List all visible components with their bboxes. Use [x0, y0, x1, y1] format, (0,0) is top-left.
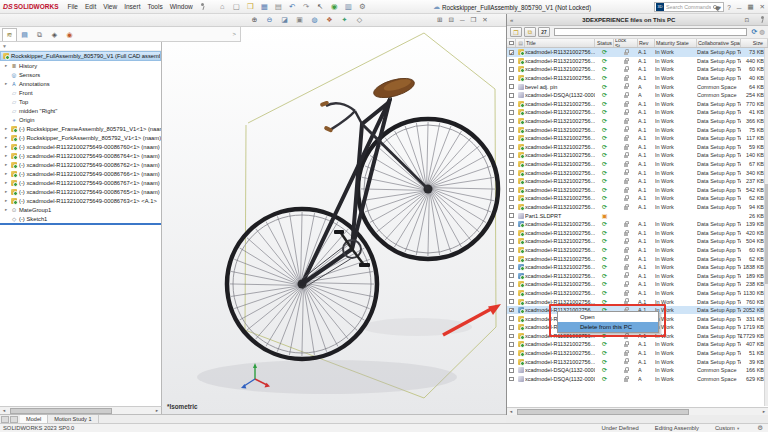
save-icon[interactable]: ▦: [260, 2, 269, 11]
column-header-status[interactable]: Status: [595, 39, 614, 47]
status-custom[interactable]: Custom ▾: [715, 425, 741, 431]
help-icon[interactable]: ?: [727, 4, 731, 11]
row-checkbox[interactable]: [509, 239, 514, 244]
expand-arrow-icon[interactable]: ▸: [5, 171, 9, 176]
tree-item[interactable]: ▸MateGroup1: [0, 205, 161, 214]
file-row[interactable]: xcadmodel-R11321002756...A.1In WorkData …: [507, 340, 768, 349]
column-header-rev[interactable]: Rev: [638, 39, 655, 47]
column-header-collaborative-space[interactable]: Collaborative Space: [697, 39, 741, 47]
menu-insert[interactable]: Insert: [124, 3, 140, 10]
section-view-icon[interactable]: ◪: [280, 16, 289, 24]
expand-arrow-icon[interactable]: ▸: [5, 189, 9, 194]
expand-arrow-icon[interactable]: ▸: [5, 198, 9, 203]
row-checkbox[interactable]: [509, 170, 514, 175]
row-checkbox[interactable]: [509, 325, 514, 330]
file-row[interactable]: xcadmodel-R11321002756...A.1In WorkData …: [507, 280, 768, 289]
file-row[interactable]: xcadmodel-R11321002756...A.1In WorkData …: [507, 160, 768, 169]
tree-item[interactable]: ▸(-) xcadmodel-R1132100275649-00086763<1…: [0, 196, 161, 205]
expand-arrow-icon[interactable]: ▸: [5, 144, 9, 149]
row-checkbox[interactable]: [509, 110, 514, 115]
file-row[interactable]: xcadmodel-R11321002756...A.1In WorkData …: [507, 228, 768, 237]
expand-arrow-icon[interactable]: ▸: [5, 162, 9, 167]
menu-window[interactable]: Window: [170, 3, 193, 10]
file-row[interactable]: xcadmodel-R11321002756...A.1In WorkData …: [507, 74, 768, 83]
filter-assemblies-button[interactable]: ⧉: [524, 27, 536, 37]
file-row[interactable]: bevel adj. pinAIn WorkCommon Space64 KB: [507, 82, 768, 91]
row-checkbox[interactable]: [509, 222, 514, 227]
menu-view[interactable]: View: [103, 3, 117, 10]
menu-file[interactable]: File: [68, 3, 78, 10]
tree-item[interactable]: ▸(-) xcadmodel-R1132100275649-00086762<1…: [0, 160, 161, 169]
doc-properties-icon[interactable]: ⊞: [437, 16, 442, 24]
scene-icon[interactable]: ✦: [340, 16, 349, 24]
file-row[interactable]: xcadmodel-R11321002756...A.1In WorkData …: [507, 254, 768, 263]
undo-icon[interactable]: ↶: [288, 2, 297, 11]
tree-item[interactable]: Sensors: [0, 70, 161, 79]
row-checkbox[interactable]: [509, 265, 514, 270]
file-filter-input[interactable]: [554, 28, 747, 36]
row-checkbox[interactable]: [509, 273, 514, 278]
row-checkbox[interactable]: [509, 93, 514, 98]
doc-close-icon[interactable]: ✕: [482, 16, 487, 24]
xpress-products-icon[interactable]: ◉: [330, 2, 339, 11]
column-header-lock-st-[interactable]: Lock St...: [614, 39, 638, 47]
file-row[interactable]: xcadmodel-R11321002756...A.1In WorkData …: [507, 177, 768, 186]
tree-item[interactable]: ▸(-) xcadmodel-R1132100275649-00086764<1…: [0, 151, 161, 160]
pin-menubar-icon[interactable]: [200, 3, 206, 11]
row-checkbox[interactable]: [509, 248, 514, 253]
appearance-icon[interactable]: ❖: [325, 16, 334, 24]
displaymanager-tab[interactable]: ◉: [62, 28, 77, 41]
dimxpertmanager-tab[interactable]: ◈: [47, 28, 62, 41]
tree-item[interactable]: ▸(-) xcadmodel-R1132100275649-00086765<1…: [0, 187, 161, 196]
file-row[interactable]: xcadmodel-R11321002756...A.1In WorkData …: [507, 151, 768, 160]
featuremanager-tab[interactable]: ≋: [2, 28, 17, 41]
tree-item[interactable]: ▸(-) Rockskipper_ForkAssembly_805792_V1<…: [0, 133, 161, 142]
new-document-icon[interactable]: ▢: [232, 2, 241, 11]
items-count-button[interactable]: 27: [538, 27, 550, 37]
panel-expand-icon[interactable]: ⊡: [744, 17, 749, 23]
expand-arrow-icon[interactable]: ▸: [5, 126, 9, 131]
open-icon[interactable]: ❒: [246, 2, 255, 11]
tree-horizontal-scrollbar[interactable]: ◄ ►: [0, 406, 162, 414]
menu-edit[interactable]: Edit: [85, 3, 96, 10]
expand-arrow-icon[interactable]: ▸: [5, 81, 9, 86]
expand-arrow-icon[interactable]: ▸: [5, 135, 9, 140]
dropdown-caret-icon[interactable]: ▾: [737, 426, 739, 431]
row-checkbox[interactable]: [509, 231, 514, 236]
tree-item[interactable]: (-) Sketch1: [0, 214, 161, 223]
row-checkbox[interactable]: [509, 84, 514, 89]
scroll-right-icon[interactable]: ►: [153, 408, 161, 413]
file-row[interactable]: xcadmodel-R11321002756...A.1In WorkData …: [507, 125, 768, 134]
tree-item[interactable]: ▸History: [0, 61, 161, 70]
panel-vertical-scrollbar[interactable]: [764, 48, 768, 406]
file-row[interactable]: xcadmodel-R11321002756...A.1In WorkData …: [507, 186, 768, 195]
file-row[interactable]: xcadmodel-DSQA(1132-0000...AIn WorkCommo…: [507, 375, 768, 384]
row-checkbox[interactable]: [509, 359, 514, 364]
row-checkbox[interactable]: [509, 50, 514, 55]
redo-icon[interactable]: ↷: [302, 2, 311, 11]
options-icon[interactable]: ⚙: [358, 2, 367, 11]
file-row[interactable]: xcadmodel-R11321002756...A.1In WorkData …: [507, 203, 768, 212]
tree-item[interactable]: ▸(-) xcadmodel-R1132100275649-00086767<1…: [0, 178, 161, 187]
row-checkbox[interactable]: [509, 136, 514, 141]
row-checkbox[interactable]: [509, 196, 514, 201]
row-checkbox[interactable]: [509, 162, 514, 167]
scroll-left-icon[interactable]: ◄: [507, 409, 515, 414]
expand-arrow-icon[interactable]: ▸: [5, 63, 9, 68]
file-row[interactable]: xcadmodel-DSQA(1132-0000...AIn WorkCommo…: [507, 91, 768, 100]
row-checkbox[interactable]: [509, 334, 514, 339]
column-header-title[interactable]: Title: [525, 39, 595, 47]
file-row[interactable]: xcadmodel-R11321002756...A.1In WorkData …: [507, 237, 768, 246]
row-checkbox[interactable]: [509, 377, 514, 382]
column-header-maturity-state[interactable]: Maturity State: [655, 39, 697, 47]
scroll-left-icon[interactable]: ◄: [0, 408, 8, 413]
row-checkbox[interactable]: [509, 213, 514, 218]
file-row[interactable]: xcadmodel-R11321002756...A.1In WorkData …: [507, 143, 768, 152]
row-checkbox[interactable]: [509, 102, 514, 107]
tree-root-item[interactable]: Rockskipper_FullAssembly_805790_V1 (Full…: [0, 51, 161, 61]
tree-item[interactable]: ▸(-) xcadmodel-R1132100275649-00086760<1…: [0, 142, 161, 151]
filter-funnel-icon[interactable]: ▼: [2, 43, 7, 49]
filter-parts-button[interactable]: ❒: [510, 27, 522, 37]
expand-arrow-icon[interactable]: ▸: [5, 180, 9, 185]
tree-item[interactable]: ▸Annotations: [0, 79, 161, 88]
